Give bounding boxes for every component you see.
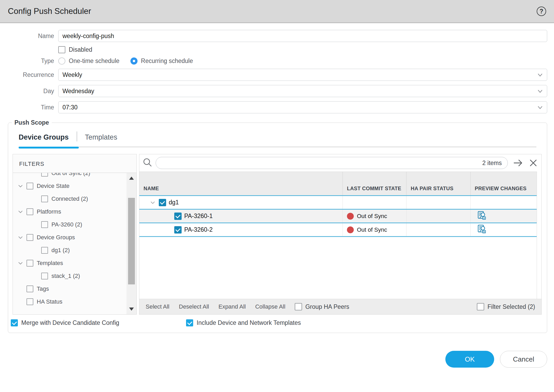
chevron-down-icon <box>537 88 543 96</box>
column-header-preview-changes[interactable]: PREVIEW CHANGES <box>470 172 537 195</box>
search-pill: 2 items <box>156 157 508 169</box>
scheduler-form: Name Disabled Type One-time schedule Rec… <box>0 23 554 113</box>
push-options-row: Merge with Device Candidate Config Inclu… <box>8 315 547 333</box>
cancel-button[interactable]: Cancel <box>500 351 547 368</box>
type-row: Type One-time schedule Recurring schedul… <box>0 57 554 65</box>
filter-checkbox[interactable] <box>27 208 33 215</box>
filter-item-device-state[interactable]: Device State <box>13 179 126 192</box>
tab-templates[interactable]: Templates <box>85 133 117 141</box>
deselect-all-button[interactable]: Deselect All <box>179 303 209 310</box>
filter-checkbox[interactable] <box>41 195 48 202</box>
time-select[interactable]: 07:30 <box>58 101 547 113</box>
device-table-panel: 2 items NAME LAST COMMIT STATE HA PAIR S… <box>139 154 542 315</box>
filters-scrollbar[interactable] <box>126 173 136 314</box>
collapse-chevron-icon[interactable] <box>18 209 24 215</box>
select-all-button[interactable]: Select All <box>146 303 170 310</box>
type-label: Type <box>0 57 58 65</box>
row-checkbox[interactable] <box>174 213 182 220</box>
table-row-dg1[interactable]: dg1 <box>139 196 537 209</box>
expand-all-button[interactable]: Expand All <box>218 303 246 310</box>
table-scrollbar[interactable] <box>537 172 541 299</box>
filter-item-out-of-sync[interactable]: Out of Sync (2) <box>13 173 126 179</box>
apply-filter-arrow-icon[interactable] <box>513 158 524 167</box>
group-ha-peers-option: Group HA Peers <box>295 303 349 310</box>
filter-checkbox[interactable] <box>41 273 48 279</box>
table-header: NAME LAST COMMIT STATE HA PAIR STATUS PR… <box>139 172 537 195</box>
day-row: Day Wednesday <box>0 85 554 97</box>
name-row: Name <box>0 30 554 42</box>
preview-changes-icon[interactable] <box>477 224 487 236</box>
out-of-sync-status-dot <box>347 213 354 220</box>
tab-device-groups[interactable]: Device Groups <box>19 133 69 141</box>
disabled-checkbox[interactable] <box>58 46 65 53</box>
scrollbar-down-icon[interactable] <box>129 308 134 311</box>
dialog-title: Config Push Scheduler <box>8 7 537 16</box>
filter-item-dg1[interactable]: dg1 (2) <box>13 244 126 257</box>
filter-item-ha-status[interactable]: HA Status <box>13 295 126 308</box>
scrollbar-up-icon[interactable] <box>129 177 134 180</box>
filter-checkbox[interactable] <box>27 285 33 292</box>
table-row-pa-3260-2[interactable]: PA-3260-2 Out of Sync <box>139 223 537 236</box>
name-input[interactable] <box>58 30 547 42</box>
filters-panel: FILTERS Out of Sync (2) Device State <box>13 154 137 315</box>
recurrence-label: Recurrence <box>0 71 58 78</box>
column-header-name[interactable]: NAME <box>139 172 342 195</box>
include-device-and-network-templates-option: Include Device and Network Templates <box>186 319 301 326</box>
filter-item-platforms[interactable]: Platforms <box>13 205 126 218</box>
clear-filter-icon[interactable] <box>529 158 538 167</box>
time-label: Time <box>0 104 58 111</box>
item-count-badge: 2 items <box>482 160 502 167</box>
column-header-last-commit-state[interactable]: LAST COMMIT STATE <box>342 172 406 195</box>
recurrence-row: Recurrence Weekly <box>0 69 554 81</box>
merge-with-device-candidate-config-checkbox[interactable] <box>11 319 18 326</box>
one-time-schedule-radio[interactable] <box>58 57 65 65</box>
filter-checkbox[interactable] <box>27 234 33 241</box>
disabled-label: Disabled <box>69 46 92 53</box>
filter-item-pa-3260[interactable]: PA-3260 (2) <box>13 218 126 231</box>
filter-checkbox[interactable] <box>41 221 48 228</box>
filter-item-templates[interactable]: Templates <box>13 257 126 269</box>
filter-selected-checkbox[interactable] <box>477 303 484 310</box>
filter-item-device-groups[interactable]: Device Groups <box>13 231 126 244</box>
disabled-row: Disabled <box>0 46 554 53</box>
filter-checkbox[interactable] <box>27 298 33 305</box>
filter-checkbox[interactable] <box>27 183 33 189</box>
row-checkbox[interactable] <box>159 199 166 206</box>
collapse-chevron-icon[interactable] <box>18 183 24 189</box>
day-value: Wednesday <box>62 88 94 95</box>
filter-checkbox[interactable] <box>41 173 48 177</box>
filter-checkbox[interactable] <box>41 247 48 254</box>
day-select[interactable]: Wednesday <box>58 85 547 97</box>
collapse-all-button[interactable]: Collapse All <box>255 303 285 310</box>
filter-item-stack-1[interactable]: stack_1 (2) <box>13 269 126 282</box>
dialog-titlebar: Config Push Scheduler ? <box>0 0 554 23</box>
out-of-sync-status-dot <box>347 226 354 233</box>
row-checkbox[interactable] <box>174 226 182 234</box>
merge-with-device-candidate-config-option: Merge with Device Candidate Config <box>11 319 119 326</box>
group-ha-peers-checkbox[interactable] <box>295 303 302 310</box>
dialog-footer: OK Cancel <box>0 351 554 368</box>
table-row-pa-3260-1[interactable]: PA-3260-1 Out of Sync <box>139 210 537 223</box>
filter-checkbox[interactable] <box>27 260 33 267</box>
column-header-ha-pair-status[interactable]: HA PAIR STATUS <box>406 172 470 195</box>
time-value: 07:30 <box>62 104 78 111</box>
table-search-row: 2 items <box>139 154 541 172</box>
ok-button[interactable]: OK <box>445 351 494 368</box>
preview-changes-icon[interactable] <box>477 210 487 222</box>
recurring-schedule-label: Recurring schedule <box>141 57 193 65</box>
filters-header: FILTERS <box>13 154 136 173</box>
scrollbar-thumb[interactable] <box>128 198 135 284</box>
filter-item-connected[interactable]: Connected (2) <box>13 192 126 205</box>
filter-selected-option: Filter Selected (2) <box>477 303 535 310</box>
row-expand-chevron-icon[interactable] <box>150 200 156 205</box>
help-icon[interactable]: ? <box>537 7 546 16</box>
search-input[interactable] <box>162 160 482 166</box>
recurrence-select[interactable]: Weekly <box>58 69 547 81</box>
filters-tree: Out of Sync (2) Device State Connected (… <box>13 173 136 314</box>
collapse-chevron-icon[interactable] <box>18 260 24 266</box>
recurring-schedule-radio[interactable] <box>130 57 138 65</box>
include-device-and-network-templates-checkbox[interactable] <box>186 319 193 326</box>
day-label: Day <box>0 88 58 95</box>
filter-item-tags[interactable]: Tags <box>13 282 126 295</box>
collapse-chevron-icon[interactable] <box>18 235 24 240</box>
